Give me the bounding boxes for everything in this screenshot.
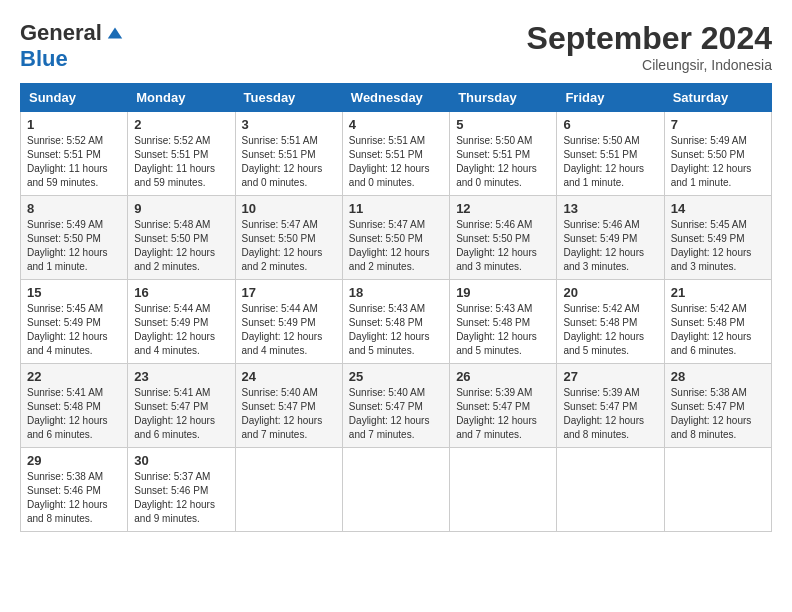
calendar-cell: 3Sunrise: 5:51 AM Sunset: 5:51 PM Daylig… xyxy=(235,112,342,196)
calendar-cell xyxy=(235,448,342,532)
day-info: Sunrise: 5:50 AM Sunset: 5:51 PM Dayligh… xyxy=(456,134,550,190)
day-number: 24 xyxy=(242,369,336,384)
day-number: 22 xyxy=(27,369,121,384)
day-header-monday: Monday xyxy=(128,84,235,112)
day-number: 3 xyxy=(242,117,336,132)
calendar-table: SundayMondayTuesdayWednesdayThursdayFrid… xyxy=(20,83,772,532)
day-info: Sunrise: 5:40 AM Sunset: 5:47 PM Dayligh… xyxy=(349,386,443,442)
day-info: Sunrise: 5:43 AM Sunset: 5:48 PM Dayligh… xyxy=(456,302,550,358)
location: Cileungsir, Indonesia xyxy=(527,57,772,73)
day-header-thursday: Thursday xyxy=(450,84,557,112)
day-number: 13 xyxy=(563,201,657,216)
day-number: 5 xyxy=(456,117,550,132)
calendar-week-1: 1Sunrise: 5:52 AM Sunset: 5:51 PM Daylig… xyxy=(21,112,772,196)
calendar-cell: 5Sunrise: 5:50 AM Sunset: 5:51 PM Daylig… xyxy=(450,112,557,196)
day-info: Sunrise: 5:37 AM Sunset: 5:46 PM Dayligh… xyxy=(134,470,228,526)
day-info: Sunrise: 5:39 AM Sunset: 5:47 PM Dayligh… xyxy=(456,386,550,442)
calendar-cell: 22Sunrise: 5:41 AM Sunset: 5:48 PM Dayli… xyxy=(21,364,128,448)
day-number: 29 xyxy=(27,453,121,468)
day-number: 2 xyxy=(134,117,228,132)
logo: General Blue xyxy=(20,20,124,72)
svg-marker-0 xyxy=(108,28,122,39)
logo-icon xyxy=(106,24,124,42)
day-header-wednesday: Wednesday xyxy=(342,84,449,112)
calendar-week-4: 22Sunrise: 5:41 AM Sunset: 5:48 PM Dayli… xyxy=(21,364,772,448)
calendar-week-3: 15Sunrise: 5:45 AM Sunset: 5:49 PM Dayli… xyxy=(21,280,772,364)
day-info: Sunrise: 5:47 AM Sunset: 5:50 PM Dayligh… xyxy=(242,218,336,274)
calendar-cell: 2Sunrise: 5:52 AM Sunset: 5:51 PM Daylig… xyxy=(128,112,235,196)
day-number: 15 xyxy=(27,285,121,300)
calendar-cell: 28Sunrise: 5:38 AM Sunset: 5:47 PM Dayli… xyxy=(664,364,771,448)
calendar-week-5: 29Sunrise: 5:38 AM Sunset: 5:46 PM Dayli… xyxy=(21,448,772,532)
day-header-saturday: Saturday xyxy=(664,84,771,112)
day-number: 9 xyxy=(134,201,228,216)
calendar-cell xyxy=(450,448,557,532)
calendar-cell: 7Sunrise: 5:49 AM Sunset: 5:50 PM Daylig… xyxy=(664,112,771,196)
calendar-cell: 12Sunrise: 5:46 AM Sunset: 5:50 PM Dayli… xyxy=(450,196,557,280)
calendar-cell xyxy=(342,448,449,532)
day-info: Sunrise: 5:46 AM Sunset: 5:49 PM Dayligh… xyxy=(563,218,657,274)
day-header-sunday: Sunday xyxy=(21,84,128,112)
day-number: 18 xyxy=(349,285,443,300)
calendar-cell: 26Sunrise: 5:39 AM Sunset: 5:47 PM Dayli… xyxy=(450,364,557,448)
calendar-cell: 27Sunrise: 5:39 AM Sunset: 5:47 PM Dayli… xyxy=(557,364,664,448)
calendar-cell xyxy=(557,448,664,532)
day-info: Sunrise: 5:44 AM Sunset: 5:49 PM Dayligh… xyxy=(134,302,228,358)
title-area: September 2024 Cileungsir, Indonesia xyxy=(527,20,772,73)
day-info: Sunrise: 5:51 AM Sunset: 5:51 PM Dayligh… xyxy=(242,134,336,190)
calendar-cell xyxy=(664,448,771,532)
calendar-cell: 19Sunrise: 5:43 AM Sunset: 5:48 PM Dayli… xyxy=(450,280,557,364)
calendar-cell: 21Sunrise: 5:42 AM Sunset: 5:48 PM Dayli… xyxy=(664,280,771,364)
day-number: 25 xyxy=(349,369,443,384)
logo-general: General xyxy=(20,20,102,46)
calendar-cell: 11Sunrise: 5:47 AM Sunset: 5:50 PM Dayli… xyxy=(342,196,449,280)
day-number: 19 xyxy=(456,285,550,300)
day-info: Sunrise: 5:52 AM Sunset: 5:51 PM Dayligh… xyxy=(134,134,228,190)
calendar-cell: 10Sunrise: 5:47 AM Sunset: 5:50 PM Dayli… xyxy=(235,196,342,280)
calendar-cell: 13Sunrise: 5:46 AM Sunset: 5:49 PM Dayli… xyxy=(557,196,664,280)
day-info: Sunrise: 5:49 AM Sunset: 5:50 PM Dayligh… xyxy=(27,218,121,274)
day-number: 7 xyxy=(671,117,765,132)
calendar-cell: 4Sunrise: 5:51 AM Sunset: 5:51 PM Daylig… xyxy=(342,112,449,196)
day-number: 4 xyxy=(349,117,443,132)
day-number: 20 xyxy=(563,285,657,300)
day-info: Sunrise: 5:41 AM Sunset: 5:47 PM Dayligh… xyxy=(134,386,228,442)
day-number: 28 xyxy=(671,369,765,384)
day-info: Sunrise: 5:49 AM Sunset: 5:50 PM Dayligh… xyxy=(671,134,765,190)
calendar-cell: 17Sunrise: 5:44 AM Sunset: 5:49 PM Dayli… xyxy=(235,280,342,364)
day-info: Sunrise: 5:42 AM Sunset: 5:48 PM Dayligh… xyxy=(671,302,765,358)
day-number: 17 xyxy=(242,285,336,300)
page-header: General Blue September 2024 Cileungsir, … xyxy=(20,20,772,73)
day-info: Sunrise: 5:47 AM Sunset: 5:50 PM Dayligh… xyxy=(349,218,443,274)
day-number: 8 xyxy=(27,201,121,216)
day-info: Sunrise: 5:51 AM Sunset: 5:51 PM Dayligh… xyxy=(349,134,443,190)
calendar-cell: 14Sunrise: 5:45 AM Sunset: 5:49 PM Dayli… xyxy=(664,196,771,280)
calendar-header-row: SundayMondayTuesdayWednesdayThursdayFrid… xyxy=(21,84,772,112)
calendar-cell: 9Sunrise: 5:48 AM Sunset: 5:50 PM Daylig… xyxy=(128,196,235,280)
day-number: 12 xyxy=(456,201,550,216)
day-number: 27 xyxy=(563,369,657,384)
day-info: Sunrise: 5:45 AM Sunset: 5:49 PM Dayligh… xyxy=(27,302,121,358)
day-header-friday: Friday xyxy=(557,84,664,112)
day-number: 6 xyxy=(563,117,657,132)
day-number: 14 xyxy=(671,201,765,216)
logo-blue: Blue xyxy=(20,46,68,72)
calendar-cell: 15Sunrise: 5:45 AM Sunset: 5:49 PM Dayli… xyxy=(21,280,128,364)
calendar-cell: 29Sunrise: 5:38 AM Sunset: 5:46 PM Dayli… xyxy=(21,448,128,532)
calendar-cell: 25Sunrise: 5:40 AM Sunset: 5:47 PM Dayli… xyxy=(342,364,449,448)
day-info: Sunrise: 5:42 AM Sunset: 5:48 PM Dayligh… xyxy=(563,302,657,358)
day-info: Sunrise: 5:43 AM Sunset: 5:48 PM Dayligh… xyxy=(349,302,443,358)
calendar-cell: 24Sunrise: 5:40 AM Sunset: 5:47 PM Dayli… xyxy=(235,364,342,448)
calendar-cell: 18Sunrise: 5:43 AM Sunset: 5:48 PM Dayli… xyxy=(342,280,449,364)
day-number: 10 xyxy=(242,201,336,216)
day-number: 30 xyxy=(134,453,228,468)
day-info: Sunrise: 5:48 AM Sunset: 5:50 PM Dayligh… xyxy=(134,218,228,274)
day-info: Sunrise: 5:52 AM Sunset: 5:51 PM Dayligh… xyxy=(27,134,121,190)
day-info: Sunrise: 5:46 AM Sunset: 5:50 PM Dayligh… xyxy=(456,218,550,274)
day-info: Sunrise: 5:41 AM Sunset: 5:48 PM Dayligh… xyxy=(27,386,121,442)
day-number: 26 xyxy=(456,369,550,384)
day-number: 11 xyxy=(349,201,443,216)
day-info: Sunrise: 5:39 AM Sunset: 5:47 PM Dayligh… xyxy=(563,386,657,442)
day-info: Sunrise: 5:44 AM Sunset: 5:49 PM Dayligh… xyxy=(242,302,336,358)
calendar-cell: 20Sunrise: 5:42 AM Sunset: 5:48 PM Dayli… xyxy=(557,280,664,364)
